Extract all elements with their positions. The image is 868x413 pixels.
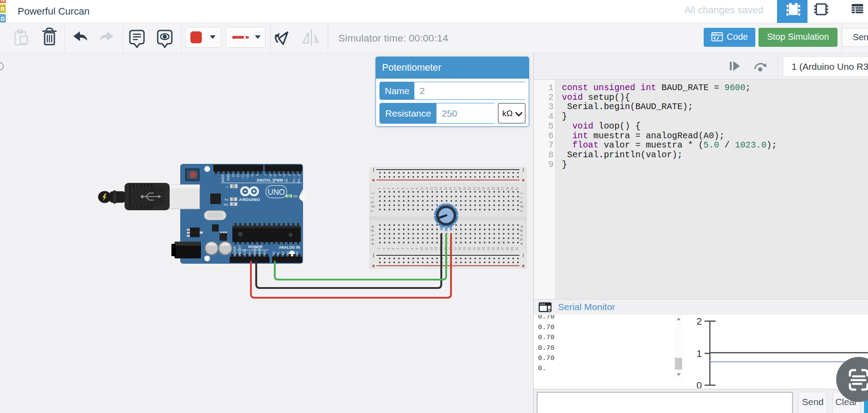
svg-text:a: a <box>519 242 524 245</box>
svg-text:11: 11 <box>425 247 428 250</box>
svg-text:5V: 5V <box>248 251 251 255</box>
svg-text:A1: A1 <box>277 251 280 255</box>
svg-text:GND: GND <box>227 174 230 181</box>
svg-text:4: 4 <box>278 174 281 176</box>
svg-text:26: 26 <box>497 187 500 190</box>
svg-text:ON: ON <box>293 195 298 198</box>
svg-text:29: 29 <box>511 247 514 250</box>
svg-text:13: 13 <box>434 247 437 250</box>
svg-text:N: N <box>1 0 5 3</box>
svg-text:16: 16 <box>449 187 452 190</box>
svg-text:11: 11 <box>425 187 428 190</box>
svg-text:14: 14 <box>439 187 442 190</box>
svg-text:10: 10 <box>420 247 423 250</box>
svg-text:19: 19 <box>463 187 466 190</box>
svg-text:0: 0 <box>697 380 702 388</box>
svg-text:25: 25 <box>492 187 495 190</box>
svg-text:22: 22 <box>477 187 480 190</box>
svg-text:RX: RX <box>224 203 228 207</box>
svg-text:17: 17 <box>454 187 457 190</box>
svg-text:2: 2 <box>382 188 385 189</box>
svg-text:h: h <box>519 201 524 203</box>
svg-text:Vin: Vin <box>263 251 266 255</box>
svg-text:18: 18 <box>458 247 461 250</box>
svg-text:27: 27 <box>501 247 504 250</box>
svg-text:A0: A0 <box>272 251 275 255</box>
svg-text:1: 1 <box>697 348 702 359</box>
svg-text:18: 18 <box>458 187 461 190</box>
svg-text:D: D <box>1 16 5 22</box>
svg-text:ANALOG IN: ANALOG IN <box>279 245 300 250</box>
svg-text:4: 4 <box>391 248 394 250</box>
svg-text:7: 7 <box>406 188 409 189</box>
svg-text:AREF: AREF <box>221 174 224 182</box>
svg-text:23: 23 <box>482 187 485 190</box>
svg-text:~5: ~5 <box>273 174 277 178</box>
svg-text:1: 1 <box>377 248 380 250</box>
svg-text:RX←0: RX←0 <box>297 174 300 183</box>
svg-text:A2: A2 <box>281 251 284 255</box>
svg-text:ARDUINO: ARDUINO <box>239 197 260 202</box>
svg-text:h: h <box>370 201 375 203</box>
svg-text:29: 29 <box>511 187 514 190</box>
svg-text:17: 17 <box>454 247 457 250</box>
svg-text:L: L <box>227 185 228 189</box>
svg-text:A4: A4 <box>291 251 294 255</box>
svg-text:~3: ~3 <box>283 174 286 178</box>
svg-text:8: 8 <box>411 188 414 189</box>
svg-text:9: 9 <box>415 248 418 250</box>
svg-text:d: d <box>370 230 375 232</box>
svg-text:23: 23 <box>482 247 485 250</box>
svg-text:A5: A5 <box>296 251 299 255</box>
svg-text:j: j <box>519 193 524 194</box>
svg-text:TX→1: TX→1 <box>292 174 296 183</box>
svg-text:A3: A3 <box>286 251 289 255</box>
svg-text:b: b <box>370 239 375 241</box>
svg-text:2: 2 <box>382 248 385 250</box>
svg-text:19: 19 <box>463 247 466 250</box>
svg-text:28: 28 <box>506 187 509 190</box>
svg-text:28: 28 <box>506 247 509 250</box>
svg-text:~6: ~6 <box>269 174 272 178</box>
svg-text:~11: ~11 <box>241 174 244 179</box>
svg-text:i: i <box>519 197 524 198</box>
svg-text:UNO: UNO <box>268 188 285 197</box>
svg-text:30: 30 <box>515 187 519 190</box>
svg-text:8: 8 <box>256 174 259 176</box>
svg-text:20: 20 <box>468 187 471 190</box>
svg-text:25: 25 <box>492 247 495 250</box>
svg-text:13: 13 <box>231 174 235 178</box>
svg-text:6: 6 <box>401 248 404 250</box>
svg-text:b: b <box>519 239 524 241</box>
svg-text:10: 10 <box>420 187 423 190</box>
svg-text:8: 8 <box>411 248 414 250</box>
svg-text:7: 7 <box>406 248 409 250</box>
svg-text:5: 5 <box>396 188 399 189</box>
svg-text:R: R <box>1 6 5 12</box>
svg-text:GND: GND <box>253 248 256 255</box>
svg-text:TX: TX <box>224 198 228 202</box>
svg-text:GND: GND <box>258 248 261 255</box>
svg-text:a: a <box>370 242 375 245</box>
svg-text:7: 7 <box>264 174 267 176</box>
svg-text:30: 30 <box>515 247 519 250</box>
svg-text:2: 2 <box>697 316 702 327</box>
svg-text:i: i <box>370 197 375 198</box>
svg-text:24: 24 <box>487 187 490 190</box>
svg-text:RESET: RESET <box>238 245 241 255</box>
svg-text:5: 5 <box>396 248 399 250</box>
svg-text:e: e <box>519 225 524 227</box>
svg-text:e: e <box>370 225 375 227</box>
svg-text:~10: ~10 <box>246 174 249 179</box>
svg-text:j: j <box>370 193 375 194</box>
svg-text:22: 22 <box>477 247 480 250</box>
svg-text:IOREF: IOREF <box>233 246 236 255</box>
svg-text:2: 2 <box>288 174 291 176</box>
svg-text:4: 4 <box>391 188 394 189</box>
svg-text:3.3V: 3.3V <box>243 249 246 255</box>
svg-text:d: d <box>519 230 524 232</box>
svg-text:g: g <box>519 205 524 208</box>
svg-text:3: 3 <box>387 188 390 189</box>
svg-text:27: 27 <box>501 187 504 190</box>
svg-text:20: 20 <box>468 247 471 250</box>
